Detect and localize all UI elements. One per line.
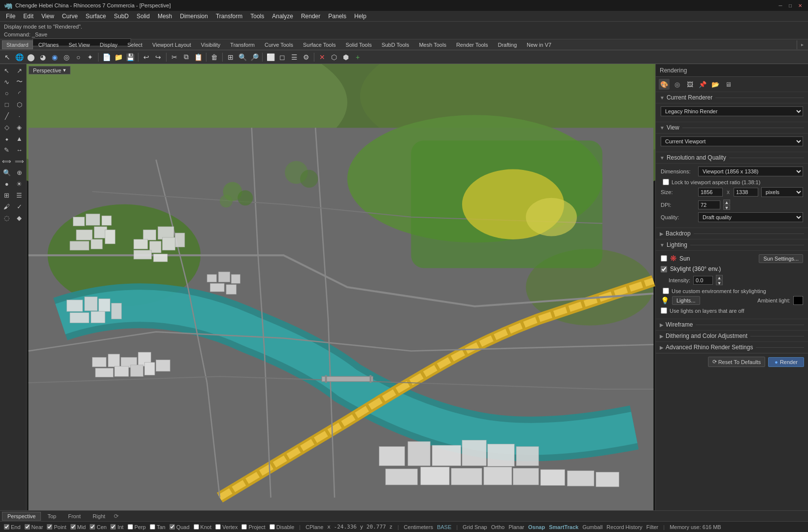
tb-cursor-icon[interactable]: ↖ [2,52,13,63]
tool-transform[interactable]: ↔ [14,144,26,155]
tb-add-icon[interactable]: + [352,52,363,63]
smarttrack-label[interactable]: SmartTrack [549,524,578,530]
section-wireframe[interactable]: ▶ Wireframe [656,319,808,331]
minimize-button[interactable]: ─ [776,1,784,9]
menu-panels[interactable]: Panels [324,12,350,21]
menu-file[interactable]: File [2,12,19,21]
intensity-up-button[interactable]: ▲ [716,275,723,280]
section-view[interactable]: ▼ View [656,122,808,133]
intensity-input[interactable] [693,276,713,285]
tool-grid[interactable]: ⊞ [1,190,13,200]
tb-cube-icon[interactable]: ⬡ [329,52,339,63]
viewport-refresh-icon[interactable]: ⟳ [112,513,121,520]
lights-button[interactable]: Lights... [672,296,700,305]
tab-transform[interactable]: Transform [226,40,259,49]
tb-new-icon[interactable]: 📄 [101,52,112,63]
tb-undo-icon[interactable]: ↩ [141,52,152,63]
tab-color-icon[interactable]: 🎨 [659,79,670,90]
tab-visibility[interactable]: Visibility [197,40,225,49]
tab-cplanes[interactable]: CPlanes [34,40,64,49]
renderer-select[interactable]: Legacy Rhino Render [661,106,803,116]
menu-mesh[interactable]: Mesh [154,12,176,21]
tool-line[interactable]: ╱ [1,110,13,121]
tool-freeform[interactable]: 〜 [14,76,26,87]
section-resolution[interactable]: ▼ Resolution and Quality [656,152,808,164]
size-unit-select[interactable]: pixels [761,187,803,197]
toolbar-expand-icon[interactable]: ▸ [798,41,806,49]
menu-edit[interactable]: Edit [19,12,37,21]
snap-knot-checkbox[interactable] [194,524,199,530]
tab-drafting[interactable]: Drafting [494,40,522,49]
tool-paint[interactable]: 🖌 [1,201,13,212]
custom-env-checkbox[interactable] [663,288,669,294]
sun-checkbox[interactable] [661,255,667,262]
tab-pin-icon[interactable]: 📌 [697,79,708,90]
tb-copy-icon[interactable]: ⧉ [181,52,192,63]
tb-wire-icon[interactable]: ⬜ [265,52,276,63]
snap-cen-checkbox[interactable] [90,524,95,530]
view-select[interactable]: Current Viewport [661,136,803,146]
tool-mesh[interactable]: ◈ [14,122,26,133]
tab-folder-icon[interactable]: 📂 [710,79,721,90]
tool-solid[interactable]: ⬥ [1,133,13,144]
snap-int-checkbox[interactable] [110,524,116,530]
menu-transform[interactable]: Transform [212,12,246,21]
tab-mesh-tools[interactable]: Mesh Tools [414,40,450,49]
viewport-dropdown-icon[interactable]: ▾ [63,67,66,73]
menu-dimension[interactable]: Dimension [176,12,212,21]
view-tab-right[interactable]: Right [87,512,111,521]
tab-setview[interactable]: Set View [64,40,94,49]
close-button[interactable]: ✕ [796,1,804,9]
snap-perp-checkbox[interactable] [128,524,133,530]
dpi-up-button[interactable]: ▲ [723,200,730,204]
ambient-color-swatch[interactable] [793,296,803,305]
view-tab-top[interactable]: Top [42,512,62,521]
tb-sphere-icon[interactable]: ⬤ [26,52,36,63]
tb-paste-icon[interactable]: 📋 [193,52,203,63]
reset-defaults-button[interactable]: ⟳ Reset To Defaults [708,357,766,367]
record-history-label[interactable]: Record History [606,524,642,530]
tb-x-icon[interactable]: ✕ [317,52,328,63]
section-current-renderer[interactable]: ▼ Current Renderer [656,92,808,103]
snap-quad-checkbox[interactable] [169,524,175,530]
tool-dim[interactable]: ⟺ [1,156,13,166]
grid-snap-label[interactable]: Grid Snap [463,524,487,530]
menu-surface[interactable]: Surface [82,12,110,21]
menu-curve[interactable]: Curve [58,12,82,21]
lock-aspect-checkbox[interactable] [663,179,669,185]
tool-point[interactable]: · [14,110,26,121]
tool-analyze2[interactable]: ⊕ [14,167,26,178]
dpi-input[interactable] [698,200,720,209]
section-backdrop[interactable]: ▶ Backdrop [656,228,808,239]
tool-analyze[interactable]: 🔍 [1,167,13,178]
tool-poly[interactable]: ⬡ [14,99,26,110]
tb-prop-icon[interactable]: ⚙ [301,52,311,63]
tb-open-icon[interactable]: 📁 [113,52,124,63]
menu-help[interactable]: Help [350,12,370,21]
tab-select[interactable]: Select [123,40,147,49]
use-lights-checkbox[interactable] [661,307,667,314]
tb-save-icon[interactable]: 💾 [125,52,135,63]
menu-render[interactable]: Render [297,12,324,21]
tb-ghost-icon[interactable]: ○ [73,52,84,63]
tab-surface-tools[interactable]: Surface Tools [299,40,340,49]
snap-disable-checkbox[interactable] [269,524,275,530]
snap-project-checkbox[interactable] [241,524,247,530]
maximize-button[interactable]: □ [786,1,794,9]
size-width-input[interactable] [698,188,723,197]
filter-label[interactable]: Filter [646,524,658,530]
tab-target-icon[interactable]: ◎ [672,79,682,90]
tb-xray-icon[interactable]: ◎ [61,52,72,63]
tool-extrude[interactable]: ▲ [14,133,26,144]
snap-vertex-checkbox[interactable] [215,524,221,530]
tool-layer-side[interactable]: ☰ [14,190,26,200]
snap-tan-checkbox[interactable] [150,524,155,530]
tab-subd-tools[interactable]: SubD Tools [377,40,413,49]
gumball-label[interactable]: Gumball [582,524,603,530]
menu-analyze[interactable]: Analyze [268,12,297,21]
snap-point-checkbox[interactable] [47,524,52,530]
tool-rect[interactable]: □ [1,99,13,110]
tb-shaded-icon[interactable]: ◕ [37,52,48,63]
tb-layer-icon[interactable]: ☰ [289,52,300,63]
menu-tools[interactable]: Tools [246,12,268,21]
